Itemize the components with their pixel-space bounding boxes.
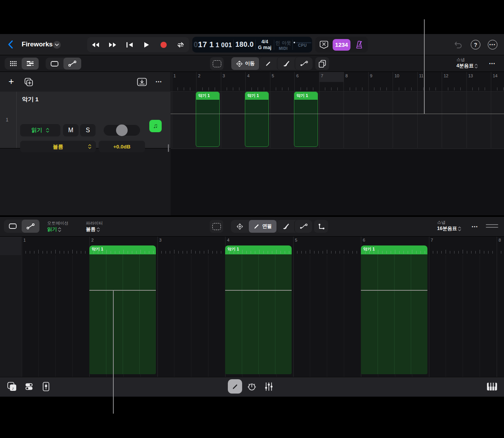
automation-editor-area[interactable]: 12345678악기 1악기 1악기 1: [0, 237, 504, 377]
record-button[interactable]: [157, 39, 171, 51]
metronome-button[interactable]: [354, 39, 365, 51]
step-automation-button[interactable]: [314, 220, 328, 233]
mute-button[interactable]: M: [63, 124, 79, 136]
controls-button[interactable]: [23, 381, 35, 392]
velocity-dial-button[interactable]: [246, 381, 258, 392]
editor-marquee-button[interactable]: [210, 220, 223, 233]
cycle-button[interactable]: [174, 39, 188, 51]
mixer-button[interactable]: [40, 381, 52, 392]
track-list-more-button[interactable]: •••: [153, 77, 165, 86]
count-in-button[interactable]: 1234: [333, 39, 350, 51]
region-automation-line[interactable]: [361, 290, 427, 291]
back-button[interactable]: [6, 40, 15, 49]
curve-icon: [300, 223, 308, 229]
project-menu-button[interactable]: [53, 41, 61, 49]
snap-control[interactable]: 스냅 4분음표: [456, 57, 478, 69]
tracks-more-button[interactable]: •••: [487, 59, 498, 68]
pencil-tool-button[interactable]: [259, 57, 277, 70]
automation-line[interactable]: [171, 114, 504, 114]
solo-button[interactable]: S: [80, 124, 96, 136]
bar-line: [393, 72, 393, 148]
slider-knob[interactable]: [116, 124, 128, 136]
automation-region[interactable]: 악기 1: [361, 245, 427, 374]
copy-button[interactable]: [315, 57, 329, 70]
move-icon: [236, 223, 243, 230]
more-options-button[interactable]: •••: [488, 40, 497, 49]
ruler-tick: [374, 251, 374, 254]
help-button[interactable]: ?: [471, 40, 480, 49]
midi-region[interactable]: 악기 1: [196, 92, 220, 147]
edit-mode-button[interactable]: [228, 379, 242, 394]
editor-resize-handle[interactable]: [486, 224, 498, 228]
keyboard-button[interactable]: [486, 381, 498, 392]
editor-regions-button[interactable]: [4, 220, 22, 233]
callout-line-top: [424, 19, 425, 114]
ruler-tick: [161, 251, 162, 254]
brush-tool-button[interactable]: [277, 57, 295, 70]
grid-view-button[interactable]: [5, 58, 22, 70]
duplicate-track-button[interactable]: [23, 77, 34, 87]
import-track-button[interactable]: [136, 77, 148, 87]
record-icon: [161, 42, 167, 48]
midi-region[interactable]: 악기 1: [245, 92, 269, 147]
editor-automation-mode[interactable]: 오토메이션 읽기: [47, 220, 68, 233]
editor-curve-tool-button[interactable]: [294, 220, 312, 233]
go-to-beginning-button[interactable]: [123, 39, 137, 51]
browser-button[interactable]: ♪: [6, 381, 18, 392]
ruler-tick: [51, 251, 51, 254]
marquee-select-button[interactable]: [210, 57, 224, 70]
curve-tool-button[interactable]: [295, 57, 313, 70]
tracks-view-button[interactable]: [22, 58, 39, 70]
project-title[interactable]: Fireworks: [22, 41, 53, 48]
region-label: 악기 1: [361, 245, 375, 252]
automation-mode-select[interactable]: 읽기: [20, 124, 60, 136]
editor-more-button[interactable]: •••: [469, 222, 481, 231]
editor-brush-tool-button[interactable]: [277, 220, 294, 233]
track-name[interactable]: 악기 1: [22, 96, 39, 103]
ruler-tick: [458, 251, 459, 254]
ruler-bar-number: 4: [247, 73, 249, 78]
automation-view-button[interactable]: [63, 58, 81, 70]
parameter-value[interactable]: +0.0dB: [99, 141, 145, 152]
track-row[interactable]: 1 악기 1 읽기 M S ♫ 볼륨 +0.0dB: [0, 92, 171, 148]
editor-automation-button[interactable]: [22, 220, 39, 233]
key-commands-button[interactable]: [318, 39, 330, 51]
fast-forward-button[interactable]: [106, 39, 120, 51]
editor-move-tool-button[interactable]: [231, 220, 248, 233]
scrollbar-thumb[interactable]: [168, 144, 169, 152]
rewind-button[interactable]: [89, 39, 103, 51]
editor-pencil-tool-button[interactable]: 연필: [248, 220, 277, 233]
regions-view-button[interactable]: [46, 58, 63, 70]
region-label: 악기 1: [225, 245, 239, 252]
move-tool-button[interactable]: 이동: [231, 57, 259, 70]
ruler-tick: [170, 251, 170, 254]
ruler-tick: [242, 250, 243, 254]
ruler-bar-number: 4: [227, 238, 229, 242]
levels-button[interactable]: [263, 381, 275, 392]
lcd-display[interactable]: 017 1 1 001 180.0 4/4 G maj 인 아웃 MIDI: [192, 37, 312, 53]
play-button[interactable]: [140, 39, 154, 51]
automation-region[interactable]: 악기 1: [89, 245, 156, 374]
ruler-tick: [448, 87, 448, 90]
ruler-tick: [98, 251, 98, 254]
bar-line: [172, 72, 172, 148]
midi-region[interactable]: 악기 1: [294, 92, 318, 147]
region-body: [89, 254, 156, 374]
region-automation-line[interactable]: [89, 290, 156, 291]
metronome-icon: [355, 40, 364, 49]
tracks-area[interactable]: 1234567891011121314악기 1악기 1악기 1: [171, 72, 504, 215]
ruler-tick: [215, 87, 215, 90]
track-volume-slider[interactable]: [104, 125, 140, 136]
region-automation-line[interactable]: [225, 290, 292, 291]
editor-snap-control[interactable]: 스냅 16분음표: [437, 220, 461, 232]
ruler-tick: [437, 251, 437, 254]
parameter-select[interactable]: 볼륨: [20, 141, 96, 152]
ruler-tick: [72, 250, 73, 254]
automation-region[interactable]: 악기 1: [225, 245, 292, 374]
ruler-tick: [251, 251, 251, 254]
instrument-icon[interactable]: ♫: [149, 120, 162, 132]
ellipsis-icon: •••: [472, 225, 478, 229]
add-track-button[interactable]: +: [5, 76, 17, 87]
editor-parameter[interactable]: 파라미터 볼륨: [86, 220, 103, 233]
undo-button[interactable]: [453, 40, 463, 50]
